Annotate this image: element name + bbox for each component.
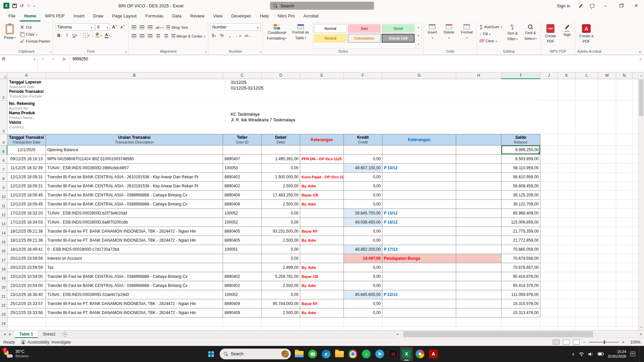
cell-transaction-date[interactable]: 20/12/25 23:59:59 xyxy=(7,263,46,272)
zoom-in-icon[interactable] xyxy=(622,340,625,345)
clear-button[interactable]: Clear xyxy=(479,37,503,44)
italic-button[interactable] xyxy=(63,32,70,39)
cell-empty[interactable] xyxy=(382,326,456,330)
cell-empty[interactable] xyxy=(616,281,633,290)
cell-debit[interactable]: 2.899,00 xyxy=(262,263,300,272)
cell-credit[interactable]: 0,00 xyxy=(344,272,382,281)
cell-debit-note[interactable] xyxy=(300,145,344,155)
photos-icon[interactable] xyxy=(414,347,426,361)
undo-icon[interactable] xyxy=(20,3,24,8)
cell-balance[interactable]: 58.110.959,00 xyxy=(501,164,540,173)
cell-empty[interactable] xyxy=(598,173,616,182)
cell-empty[interactable] xyxy=(558,79,576,101)
cell-transaction-date[interactable]: 12/12/25 18:09:45 xyxy=(7,200,46,209)
column-header-n[interactable]: N xyxy=(616,72,633,79)
wps-create-pdf-button[interactable]: Create PDF xyxy=(543,23,558,49)
cell-empty[interactable] xyxy=(616,263,633,272)
row-header-9[interactable]: 9 xyxy=(0,182,7,191)
cell-debit-note[interactable]: By. Adm xyxy=(300,281,344,290)
cell-transaction-date[interactable]: 18/12/25 09:21:38 xyxy=(7,236,46,245)
cell-debit-note[interactable]: By. Adm xyxy=(300,236,344,245)
save-icon[interactable] xyxy=(12,4,17,8)
cell-credit[interactable]: 0,00 xyxy=(344,227,382,236)
cell-empty[interactable] xyxy=(558,218,576,227)
cell-empty[interactable] xyxy=(616,218,633,227)
ribbon-tab-file[interactable]: File xyxy=(4,11,20,21)
cell-balance[interactable]: 115.006.859,00 xyxy=(501,218,540,227)
cell-debit[interactable]: 2.500,00 xyxy=(262,200,300,209)
cell-transaction-date[interactable]: 12/12/25 18:09:31 xyxy=(7,182,46,191)
cell-debit[interactable]: 5.259.781,00 xyxy=(262,272,300,281)
cell-debit-note[interactable]: Bayar NT xyxy=(300,299,344,308)
cell-empty[interactable] xyxy=(576,164,598,173)
battery-icon[interactable] xyxy=(598,352,604,356)
ribbon-tab-page-layout[interactable]: Page Layout xyxy=(108,11,141,21)
table-header-tanggal-transaksi[interactable]: Tanggal TransaksiTransaction Date xyxy=(7,134,46,145)
ribbon-tab-wps-pdf[interactable]: WPS PDF xyxy=(41,11,69,21)
cell-balance[interactable]: 70.676.657,00 xyxy=(501,263,540,272)
cell-blank[interactable] xyxy=(456,173,501,182)
cell-debit[interactable] xyxy=(262,145,300,155)
insert-function-icon[interactable]: fx xyxy=(63,57,66,62)
cell-empty[interactable] xyxy=(558,254,576,263)
cell-credit[interactable]: 0,00 xyxy=(344,299,382,308)
cell-teller[interactable]: 8890409 xyxy=(223,299,262,308)
increase-indent-button[interactable] xyxy=(163,33,170,40)
cell-empty[interactable] xyxy=(616,326,633,330)
cell-empty[interactable] xyxy=(616,254,633,263)
comma-style-button[interactable] xyxy=(226,32,233,39)
delete-cells-button[interactable]: Delete xyxy=(442,23,457,49)
cell-transaction-date[interactable]: 12/1/2025 xyxy=(7,145,46,155)
cell-empty[interactable] xyxy=(616,200,633,209)
column-header-m[interactable]: M xyxy=(598,72,616,79)
cell-blank[interactable] xyxy=(456,227,501,236)
cell-empty[interactable] xyxy=(598,191,616,200)
cell-empty[interactable] xyxy=(598,164,616,173)
cell-empty[interactable] xyxy=(598,281,616,290)
cell-empty[interactable] xyxy=(576,145,598,155)
cell-credit-note[interactable] xyxy=(382,281,456,290)
style-gallery-up-icon[interactable] xyxy=(416,23,421,32)
cell-debit[interactable]: 2.500,00 xyxy=(262,236,300,245)
ribbon-tab-developer[interactable]: Developer xyxy=(227,11,255,21)
column-header-j[interactable]: J xyxy=(540,72,558,79)
cell-blank[interactable] xyxy=(456,281,501,290)
cell-transaction-date[interactable]: 25/12/25 15:33:57 xyxy=(7,299,46,308)
cell-debit-note[interactable] xyxy=(300,218,344,227)
align-center-button[interactable] xyxy=(139,33,146,40)
cell-description[interactable]: Transfer BI-Fast ke BANK CENTRAL ASIA - … xyxy=(46,191,223,200)
select-all-button[interactable] xyxy=(0,72,7,79)
cell-empty[interactable] xyxy=(576,317,598,326)
cell-credit[interactable]: 0,00 xyxy=(344,263,382,272)
cell-credit[interactable]: 0,00 xyxy=(344,191,382,200)
cell-empty[interactable] xyxy=(576,326,598,330)
cell-credit-note[interactable] xyxy=(382,308,456,317)
cell-credit-note[interactable]: Pendapatan Bunga xyxy=(382,254,456,263)
cell-empty[interactable] xyxy=(616,101,633,134)
cell-empty[interactable] xyxy=(598,254,616,263)
cell-debit-note[interactable]: By. Adm xyxy=(300,182,344,191)
close-button[interactable] xyxy=(629,0,644,11)
cell-credit[interactable]: 49.607.100,00 xyxy=(344,164,382,173)
cell-empty[interactable] xyxy=(576,200,598,209)
number-format-select[interactable]: Number xyxy=(210,23,261,31)
cell-empty[interactable] xyxy=(576,182,598,191)
cell-balance[interactable]: 111.059.976,00 xyxy=(501,290,540,299)
cell-description[interactable]: Transfer BI-Fast ke PT. BANK DANAMON IND… xyxy=(46,236,223,245)
cell-blank[interactable] xyxy=(456,209,501,218)
cell-credit[interactable]: 45.645.600,00 xyxy=(344,290,382,299)
cell-debit[interactable]: 0,00 xyxy=(262,254,300,263)
cell-empty[interactable] xyxy=(540,290,558,299)
wrap-text-button[interactable]: Wrap Text xyxy=(166,24,189,31)
font-dialog-launcher[interactable]: ↘ xyxy=(125,51,127,54)
alignment-dialog-launcher[interactable]: ↘ xyxy=(204,51,207,54)
cell-blank[interactable] xyxy=(456,218,501,227)
cell-transaction-date[interactable]: 23/12/25 10:54:00 xyxy=(7,281,46,290)
style-good[interactable]: Good xyxy=(382,24,415,33)
cell-empty[interactable] xyxy=(576,155,598,164)
cell-debit-note[interactable] xyxy=(300,164,344,173)
bold-button[interactable] xyxy=(55,32,62,39)
table-header-keterangan[interactable]: Keterangan xyxy=(300,134,344,145)
cell-balance[interactable]: 56.610.959,00 xyxy=(501,173,540,182)
cell-credit[interactable]: 0,00 xyxy=(344,281,382,290)
